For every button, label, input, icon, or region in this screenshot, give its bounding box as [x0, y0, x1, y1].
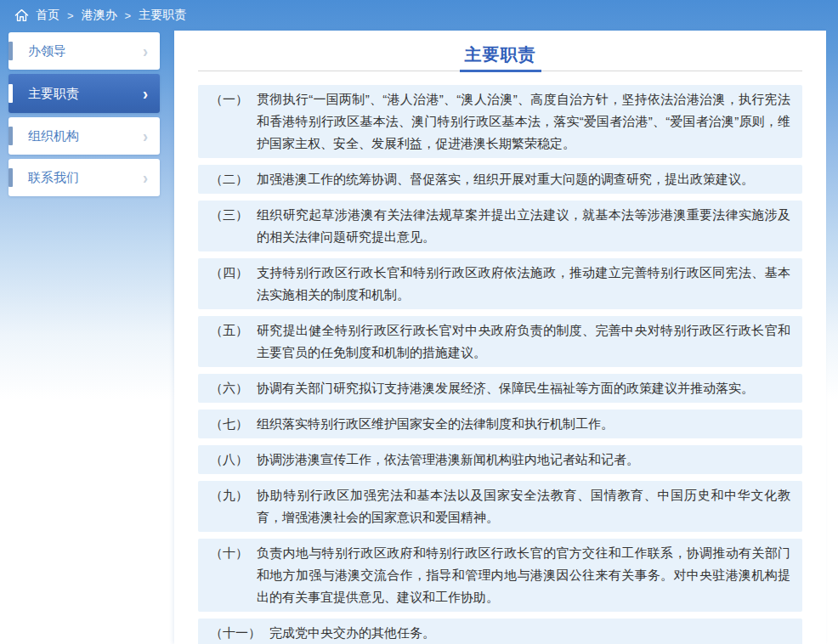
- title-divider: 主要职责: [198, 41, 802, 71]
- breadcrumb-separator: >: [125, 9, 132, 22]
- breadcrumb-gangaoban-link[interactable]: 港澳办: [82, 8, 117, 23]
- duty-text: 组织落实特别行政区维护国家安全的法律制度和执行机制工作。: [257, 413, 790, 435]
- duty-number: （五）: [210, 319, 248, 342]
- duty-item-11: （十一） 完成党中央交办的其他任务。: [198, 619, 802, 644]
- sidebar-item-label: 联系我们: [28, 170, 79, 186]
- duty-number: （一）: [210, 88, 248, 110]
- duty-item-1: （一） 贯彻执行“一国两制”、“港人治港”、“澳人治澳”、高度自治方针，坚持依法…: [198, 85, 802, 158]
- duty-text: 协调涉港澳宣传工作，依法管理港澳新闻机构驻内地记者站和记者。: [257, 449, 790, 471]
- duty-item-8: （八） 协调涉港澳宣传工作，依法管理港澳新闻机构驻内地记者站和记者。: [198, 445, 802, 474]
- breadcrumb-separator: >: [67, 9, 74, 22]
- duty-text: 加强港澳工作的统筹协调、督促落实，组织开展对重大问题的调查研究，提出政策建议。: [257, 168, 790, 190]
- duty-item-3: （三） 组织研究起草涉港澳有关法律法规草案并提出立法建议，就基本法等涉港澳重要法…: [198, 201, 802, 251]
- duty-number: （九）: [210, 484, 248, 506]
- duty-text: 贯彻执行“一国两制”、“港人治港”、“澳人治澳”、高度自治方针，坚持依法治港治澳…: [257, 88, 790, 155]
- sidebar-item-contact-us[interactable]: 联系我们 ›: [8, 159, 160, 196]
- duty-item-7: （七） 组织落实特别行政区维护国家安全的法律制度和执行机制工作。: [198, 410, 802, 438]
- sidebar-nav: 办领导 › 主要职责 › 组织机构 › 联系我们 ›: [8, 32, 160, 201]
- duty-item-2: （二） 加强港澳工作的统筹协调、督促落实，组织开展对重大问题的调查研究，提出政策…: [198, 165, 802, 194]
- duty-item-4: （四） 支持特别行政区行政长官和特别行政区政府依法施政，推动建立完善特别行政区同…: [198, 258, 802, 309]
- chevron-right-icon: ›: [143, 85, 148, 103]
- chevron-right-icon: ›: [143, 169, 148, 187]
- duty-number: （八）: [210, 449, 248, 471]
- duty-item-5: （五） 研究提出健全特别行政区行政长官对中央政府负责的制度、完善中央对特别行政区…: [198, 316, 802, 367]
- duty-number: （三）: [210, 204, 248, 226]
- duty-number: （六）: [210, 377, 248, 399]
- duty-text: 协调有关部门研究拟订支持港澳发展经济、保障民生福祉等方面的政策建议并推动落实。: [257, 377, 790, 399]
- duty-text: 研究提出健全特别行政区行政长官对中央政府负责的制度、完善中央对特别行政区行政长官…: [257, 319, 790, 364]
- duty-number: （十）: [210, 542, 248, 564]
- sidebar-item-label: 组织机构: [28, 128, 79, 144]
- duty-number: （十一）: [210, 622, 261, 644]
- accent-bar: [8, 84, 13, 103]
- breadcrumb-current-page: 主要职责: [139, 8, 186, 23]
- sidebar-item-main-duties[interactable]: 主要职责 ›: [8, 74, 160, 113]
- sidebar-item-label: 主要职责: [28, 86, 79, 102]
- duty-item-6: （六） 协调有关部门研究拟订支持港澳发展经济、保障民生福祉等方面的政策建议并推动…: [198, 374, 802, 403]
- chevron-right-icon: ›: [143, 127, 148, 145]
- duty-item-9: （九） 协助特别行政区加强宪法和基本法以及国家安全法教育、国情教育、中国历史和中…: [198, 481, 802, 532]
- sidebar-item-label: 办领导: [28, 43, 66, 59]
- sidebar-item-leaders[interactable]: 办领导 ›: [8, 32, 160, 70]
- accent-bar: [8, 127, 13, 145]
- breadcrumb: 首页 > 港澳办 > 主要职责: [0, 0, 838, 31]
- duty-text: 负责内地与特别行政区政府和特别行政区行政长官的官方交往和工作联系，协调推动有关部…: [257, 542, 790, 608]
- duty-text: 协助特别行政区加强宪法和基本法以及国家安全法教育、国情教育、中国历史和中华文化教…: [257, 484, 790, 528]
- duty-number: （七）: [210, 413, 248, 435]
- chevron-right-icon: ›: [143, 42, 148, 60]
- duty-number: （四）: [210, 262, 248, 284]
- accent-bar: [8, 168, 13, 187]
- page-title: 主要职责: [460, 41, 541, 72]
- duty-text: 支持特别行政区行政长官和特别行政区政府依法施政，推动建立完善特别行政区同宪法、基…: [257, 262, 790, 306]
- home-icon[interactable]: [14, 8, 29, 22]
- duty-text: 完成党中央交办的其他任务。: [269, 622, 790, 644]
- duty-item-10: （十） 负责内地与特别行政区政府和特别行政区行政长官的官方交往和工作联系，协调推…: [198, 539, 802, 612]
- breadcrumb-home-link[interactable]: 首页: [36, 8, 59, 23]
- main-panel: 主要职责 （一） 贯彻执行“一国两制”、“港人治港”、“澳人治澳”、高度自治方针…: [174, 31, 826, 644]
- duty-number: （二）: [210, 168, 248, 190]
- accent-bar: [8, 42, 13, 60]
- sidebar-item-organization[interactable]: 组织机构 ›: [8, 117, 160, 155]
- duty-text: 组织研究起草涉港澳有关法律法规草案并提出立法建议，就基本法等涉港澳重要法律实施涉…: [257, 204, 790, 248]
